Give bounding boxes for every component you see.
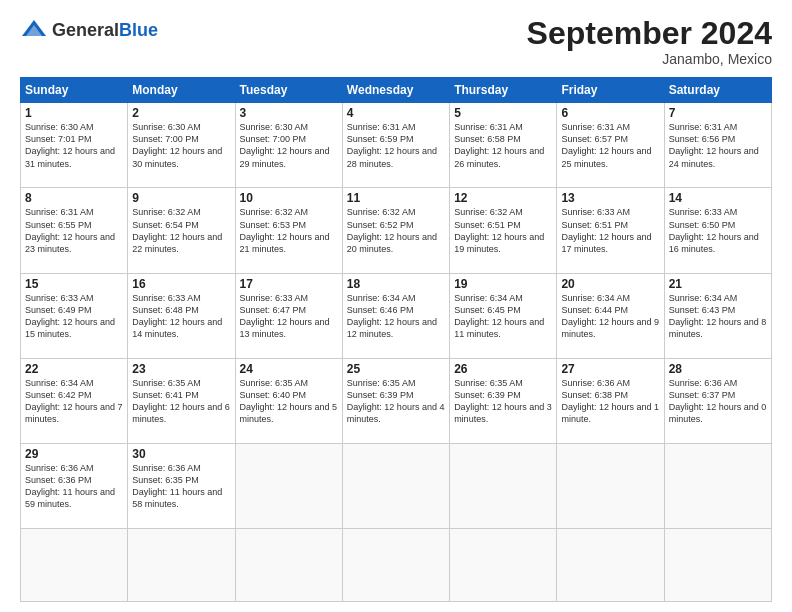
table-row: 6 Sunrise: 6:31 AM Sunset: 6:57 PM Dayli…	[557, 103, 664, 188]
day-number: 27	[561, 362, 659, 376]
calendar-header-row: Sunday Monday Tuesday Wednesday Thursday…	[21, 78, 772, 103]
cell-sunrise: Sunrise: 6:32 AM	[454, 206, 552, 218]
logo-general-text: General	[52, 20, 119, 40]
cell-daylight: Daylight: 12 hours and 17 minutes.	[561, 231, 659, 255]
header: GeneralBlue September 2024 Janambo, Mexi…	[20, 16, 772, 67]
table-row: 23 Sunrise: 6:35 AM Sunset: 6:41 PM Dayl…	[128, 358, 235, 443]
cell-sunset: Sunset: 7:01 PM	[25, 133, 123, 145]
table-row: 8 Sunrise: 6:31 AM Sunset: 6:55 PM Dayli…	[21, 188, 128, 273]
calendar-row: 8 Sunrise: 6:31 AM Sunset: 6:55 PM Dayli…	[21, 188, 772, 273]
cell-sunrise: Sunrise: 6:33 AM	[561, 206, 659, 218]
table-row: 25 Sunrise: 6:35 AM Sunset: 6:39 PM Dayl…	[342, 358, 449, 443]
col-sunday: Sunday	[21, 78, 128, 103]
cell-sunrise: Sunrise: 6:33 AM	[132, 292, 230, 304]
cell-sunrise: Sunrise: 6:34 AM	[669, 292, 767, 304]
cell-sunrise: Sunrise: 6:35 AM	[347, 377, 445, 389]
day-number: 28	[669, 362, 767, 376]
cell-sunset: Sunset: 6:58 PM	[454, 133, 552, 145]
cell-daylight: Daylight: 12 hours and 21 minutes.	[240, 231, 338, 255]
calendar-table: Sunday Monday Tuesday Wednesday Thursday…	[20, 77, 772, 602]
table-row: 29 Sunrise: 6:36 AM Sunset: 6:36 PM Dayl…	[21, 444, 128, 529]
cell-sunset: Sunset: 6:52 PM	[347, 219, 445, 231]
day-number: 23	[132, 362, 230, 376]
day-number: 25	[347, 362, 445, 376]
table-row: 1 Sunrise: 6:30 AM Sunset: 7:01 PM Dayli…	[21, 103, 128, 188]
table-row: 18 Sunrise: 6:34 AM Sunset: 6:46 PM Dayl…	[342, 273, 449, 358]
cell-daylight: Daylight: 12 hours and 4 minutes.	[347, 401, 445, 425]
table-row: 13 Sunrise: 6:33 AM Sunset: 6:51 PM Dayl…	[557, 188, 664, 273]
month-title: September 2024	[527, 16, 772, 51]
day-number: 10	[240, 191, 338, 205]
cell-sunset: Sunset: 6:40 PM	[240, 389, 338, 401]
day-number: 30	[132, 447, 230, 461]
day-number: 13	[561, 191, 659, 205]
day-number: 12	[454, 191, 552, 205]
col-wednesday: Wednesday	[342, 78, 449, 103]
col-tuesday: Tuesday	[235, 78, 342, 103]
cell-sunset: Sunset: 6:44 PM	[561, 304, 659, 316]
cell-sunrise: Sunrise: 6:36 AM	[25, 462, 123, 474]
cell-sunset: Sunset: 6:47 PM	[240, 304, 338, 316]
cell-sunrise: Sunrise: 6:33 AM	[240, 292, 338, 304]
cell-sunrise: Sunrise: 6:35 AM	[132, 377, 230, 389]
cell-sunrise: Sunrise: 6:34 AM	[347, 292, 445, 304]
table-row: 7 Sunrise: 6:31 AM Sunset: 6:56 PM Dayli…	[664, 103, 771, 188]
table-row	[235, 529, 342, 602]
day-number: 1	[25, 106, 123, 120]
cell-sunrise: Sunrise: 6:34 AM	[454, 292, 552, 304]
calendar-row: 15 Sunrise: 6:33 AM Sunset: 6:49 PM Dayl…	[21, 273, 772, 358]
table-row	[664, 529, 771, 602]
table-row: 21 Sunrise: 6:34 AM Sunset: 6:43 PM Dayl…	[664, 273, 771, 358]
table-row: 9 Sunrise: 6:32 AM Sunset: 6:54 PM Dayli…	[128, 188, 235, 273]
cell-daylight: Daylight: 12 hours and 15 minutes.	[25, 316, 123, 340]
cell-daylight: Daylight: 12 hours and 24 minutes.	[669, 145, 767, 169]
cell-sunset: Sunset: 6:42 PM	[25, 389, 123, 401]
cell-daylight: Daylight: 12 hours and 14 minutes.	[132, 316, 230, 340]
day-number: 5	[454, 106, 552, 120]
cell-sunset: Sunset: 6:35 PM	[132, 474, 230, 486]
cell-sunset: Sunset: 6:55 PM	[25, 219, 123, 231]
logo-blue-text: Blue	[119, 20, 158, 40]
day-number: 6	[561, 106, 659, 120]
col-saturday: Saturday	[664, 78, 771, 103]
col-thursday: Thursday	[450, 78, 557, 103]
logo-icon	[20, 16, 48, 44]
day-number: 4	[347, 106, 445, 120]
table-row	[342, 529, 449, 602]
table-row	[342, 444, 449, 529]
cell-daylight: Daylight: 12 hours and 20 minutes.	[347, 231, 445, 255]
cell-daylight: Daylight: 12 hours and 25 minutes.	[561, 145, 659, 169]
cell-sunrise: Sunrise: 6:30 AM	[25, 121, 123, 133]
table-row	[557, 529, 664, 602]
day-number: 19	[454, 277, 552, 291]
cell-daylight: Daylight: 12 hours and 8 minutes.	[669, 316, 767, 340]
cell-sunrise: Sunrise: 6:32 AM	[347, 206, 445, 218]
cell-daylight: Daylight: 12 hours and 22 minutes.	[132, 231, 230, 255]
day-number: 8	[25, 191, 123, 205]
table-row: 20 Sunrise: 6:34 AM Sunset: 6:44 PM Dayl…	[557, 273, 664, 358]
cell-sunrise: Sunrise: 6:30 AM	[132, 121, 230, 133]
cell-sunset: Sunset: 6:50 PM	[669, 219, 767, 231]
cell-daylight: Daylight: 12 hours and 31 minutes.	[25, 145, 123, 169]
cell-sunset: Sunset: 6:54 PM	[132, 219, 230, 231]
cell-sunset: Sunset: 7:00 PM	[240, 133, 338, 145]
cell-sunset: Sunset: 7:00 PM	[132, 133, 230, 145]
cell-daylight: Daylight: 12 hours and 28 minutes.	[347, 145, 445, 169]
title-block: September 2024 Janambo, Mexico	[527, 16, 772, 67]
cell-daylight: Daylight: 12 hours and 16 minutes.	[669, 231, 767, 255]
table-row: 30 Sunrise: 6:36 AM Sunset: 6:35 PM Dayl…	[128, 444, 235, 529]
cell-sunrise: Sunrise: 6:34 AM	[25, 377, 123, 389]
day-number: 15	[25, 277, 123, 291]
cell-daylight: Daylight: 12 hours and 0 minutes.	[669, 401, 767, 425]
logo: GeneralBlue	[20, 16, 158, 44]
day-number: 21	[669, 277, 767, 291]
cell-sunset: Sunset: 6:39 PM	[454, 389, 552, 401]
cell-sunset: Sunset: 6:38 PM	[561, 389, 659, 401]
table-row: 22 Sunrise: 6:34 AM Sunset: 6:42 PM Dayl…	[21, 358, 128, 443]
cell-daylight: Daylight: 12 hours and 3 minutes.	[454, 401, 552, 425]
cell-sunset: Sunset: 6:37 PM	[669, 389, 767, 401]
cell-sunset: Sunset: 6:36 PM	[25, 474, 123, 486]
table-row: 12 Sunrise: 6:32 AM Sunset: 6:51 PM Dayl…	[450, 188, 557, 273]
cell-sunset: Sunset: 6:49 PM	[25, 304, 123, 316]
table-row: 14 Sunrise: 6:33 AM Sunset: 6:50 PM Dayl…	[664, 188, 771, 273]
